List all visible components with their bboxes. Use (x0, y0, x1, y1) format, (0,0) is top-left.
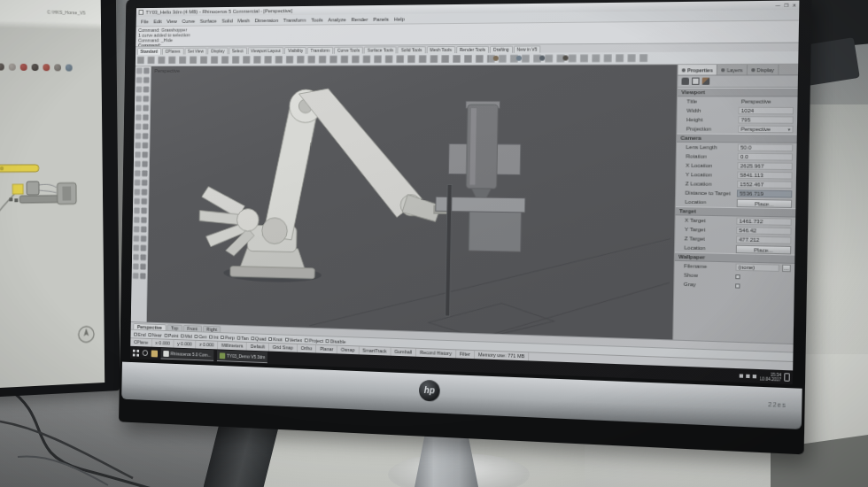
toolbar-tab[interactable]: Curve Tools (334, 47, 363, 54)
browse-button[interactable]: ... (782, 265, 791, 273)
projection-select[interactable]: Perspective ▾ (738, 126, 794, 134)
property-value[interactable]: 1461.732 (736, 218, 791, 226)
property-value[interactable]: 1552.467 (737, 181, 792, 189)
toolbar-tab[interactable]: CPlanes (162, 48, 184, 55)
osnap-toggle[interactable]: Knot (268, 336, 282, 341)
paint-icon[interactable] (702, 78, 710, 85)
osnap-toggle[interactable]: Int (209, 334, 218, 339)
toolbar-tab[interactable]: New in V5 (514, 45, 541, 52)
grasshopper-canvas[interactable] (0, 0, 105, 378)
menu-item[interactable]: View (164, 19, 179, 24)
checkbox-icon[interactable] (305, 338, 308, 342)
osnap-toggle[interactable]: Quad (251, 336, 266, 341)
maximize-icon[interactable]: ❐ (784, 3, 788, 8)
toolbar-tab[interactable]: Visibility (284, 47, 306, 54)
tray-icon[interactable] (747, 374, 750, 377)
checkbox-icon[interactable] (326, 339, 329, 343)
menu-item[interactable]: Panels (370, 16, 391, 21)
menu-item[interactable]: Transform (281, 17, 308, 22)
property-value[interactable]: 477.212 (736, 236, 791, 244)
tray-icon[interactable] (753, 375, 756, 378)
gh-component[interactable] (9, 197, 12, 201)
toolbar-tab[interactable]: Mesh Tools (426, 46, 455, 53)
osnap-toggle[interactable]: Vertex (285, 336, 303, 343)
taskbar-app-rhino[interactable]: Rhinoceros 5.0 Com... (161, 348, 214, 361)
checkbox-icon[interactable] (195, 335, 198, 338)
viewport-perspective[interactable]: Perspective (147, 65, 678, 339)
system-tray[interactable]: 15:34 10.04.2017 (740, 371, 790, 383)
checkbox-icon[interactable] (134, 332, 137, 336)
object-properties-icon[interactable] (681, 78, 689, 85)
checkbox-icon[interactable] (181, 334, 184, 337)
property-value[interactable]: Perspective (739, 97, 794, 104)
checkbox-icon[interactable] (221, 336, 224, 339)
checkbox-icon[interactable] (268, 336, 272, 340)
property-value[interactable]: 1024 (739, 107, 794, 115)
osnap-toggle[interactable]: Project (305, 337, 323, 344)
search-icon[interactable] (143, 350, 148, 356)
chevron-down-icon[interactable]: ▾ (788, 127, 791, 132)
osnap-toggle[interactable]: Mid (181, 333, 192, 338)
toolbar-tab[interactable]: Render Tools (456, 46, 489, 53)
gh-component[interactable] (14, 198, 18, 202)
property-value[interactable]: 0.0 (738, 153, 794, 161)
osnap-toggle[interactable]: Perp (221, 335, 235, 340)
gh-component[interactable] (27, 182, 39, 195)
toolbar-tab[interactable]: Drafting (490, 46, 513, 53)
menu-item[interactable]: Analyze (325, 17, 348, 22)
gray-checkbox[interactable] (735, 283, 740, 288)
toolbar-tab[interactable]: Transform (307, 47, 333, 54)
toolbar-tab[interactable]: Viewport Layout (247, 47, 283, 54)
toolbar-tab[interactable]: Display (208, 48, 229, 55)
osnap-toggle[interactable]: Point (164, 332, 178, 337)
menu-item[interactable]: Tools (308, 17, 325, 22)
start-button-icon[interactable] (133, 349, 139, 356)
toolbar-tab[interactable]: Set View (184, 48, 207, 55)
menu-item[interactable]: Solid (220, 18, 236, 23)
gh-panel[interactable] (12, 184, 23, 194)
toolbar-tab[interactable]: Standard (137, 48, 161, 55)
toolbar-tab[interactable]: Select (229, 47, 247, 54)
viewport-canvas[interactable] (147, 65, 678, 339)
osnap-toggle[interactable]: Cen (195, 334, 207, 339)
checkbox-icon[interactable] (164, 333, 167, 336)
tray-icon[interactable] (740, 374, 743, 377)
property-value[interactable]: 5536.719 (737, 189, 792, 197)
property-value[interactable]: 2625.967 (737, 162, 793, 170)
toolbar-tab[interactable]: Surface Tools (364, 46, 397, 53)
property-value[interactable]: 795 (738, 116, 794, 124)
checkbox-icon[interactable] (148, 333, 151, 336)
material-icon[interactable] (692, 78, 700, 85)
properties-icon-row[interactable] (678, 75, 798, 88)
osnap-toggle[interactable]: Disable (326, 338, 345, 344)
osnap-toggle[interactable]: Near (148, 332, 161, 337)
osnap-toggle[interactable]: End (134, 331, 145, 336)
osnap-toggle[interactable]: Tan (237, 335, 249, 340)
viewport-label[interactable]: Perspective (154, 68, 180, 73)
panel-tab[interactable]: Properties (678, 65, 717, 74)
menu-item[interactable]: Surface (198, 18, 220, 23)
checkbox-icon[interactable] (209, 335, 213, 338)
taskbar-clock[interactable]: 15:34 10.04.2017 (760, 372, 781, 382)
panel-tab[interactable]: Layers (717, 65, 748, 75)
minimize-icon[interactable]: — (776, 3, 781, 8)
checkbox-icon[interactable] (285, 337, 289, 341)
file-explorer-icon[interactable] (151, 350, 158, 357)
property-value[interactable]: 50.0 (738, 143, 794, 151)
menu-item[interactable]: Curve (180, 18, 198, 23)
toolbar-tab[interactable]: Solid Tools (398, 46, 425, 53)
panel-tab[interactable]: Display (748, 65, 779, 75)
wallpaper-filename-value[interactable]: (none) (735, 263, 779, 272)
menu-item[interactable]: Mesh (235, 18, 252, 23)
menu-item[interactable]: Help (391, 16, 407, 21)
checkbox-icon[interactable] (237, 336, 241, 339)
menu-item[interactable]: Dimension (252, 17, 281, 22)
toolbar-icons[interactable] (136, 51, 799, 66)
menu-item[interactable]: File (138, 19, 151, 24)
show-checkbox[interactable] (735, 274, 740, 278)
close-icon[interactable]: ✕ (792, 3, 796, 8)
property-value[interactable]: 546.42 (736, 227, 791, 236)
notification-icon[interactable] (784, 373, 790, 382)
gh-component[interactable] (19, 196, 59, 204)
gh-number-slider[interactable] (0, 165, 39, 172)
